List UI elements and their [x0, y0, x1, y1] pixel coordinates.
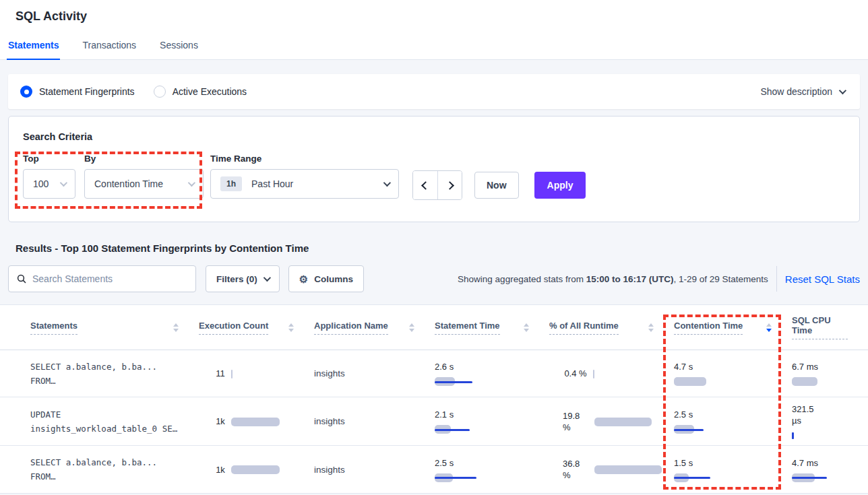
- table-row: SELECT a.balance, b.ba... FROM… 1k insig…: [0, 446, 868, 494]
- top-field: Top 100: [23, 154, 84, 199]
- radio-active-executions[interactable]: Active Executions: [154, 86, 247, 98]
- runtime-pct-value: 19.8 %: [563, 410, 588, 433]
- sort-icon-active-desc[interactable]: [766, 323, 772, 332]
- search-criteria-card: Search Criteria Top 100 By Contention Ti…: [8, 116, 860, 222]
- time-range-badge: 1h: [220, 176, 242, 191]
- sql-cpu-time-cell: 4.7 ms: [792, 446, 868, 493]
- application-name-value: insights: [314, 368, 345, 378]
- sql-cpu-time-value: 4.7 ms: [792, 457, 818, 469]
- statement-text-line2: FROM…: [30, 469, 56, 484]
- radio-statement-fingerprints[interactable]: Statement Fingerprints: [20, 86, 135, 98]
- sort-icon[interactable]: [288, 323, 294, 332]
- statements-table: Statements Execution Count Application N…: [0, 304, 868, 494]
- sort-icon[interactable]: [173, 323, 179, 332]
- column-header-sql-cpu-time[interactable]: SQL CPU Time: [792, 315, 868, 339]
- column-header-execution-count[interactable]: Execution Count: [199, 321, 314, 335]
- search-statements-box[interactable]: [8, 265, 196, 292]
- contention-time-bar: [674, 376, 748, 386]
- sort-icon[interactable]: [648, 323, 654, 332]
- time-range-select[interactable]: 1h Past Hour: [210, 169, 399, 199]
- contention-time-bar: [674, 473, 748, 482]
- sql-cpu-time-cell: 6.7 ms: [792, 350, 868, 397]
- column-header-contention-time[interactable]: Contention Time: [674, 321, 792, 335]
- execution-count-cell: 1k: [199, 446, 314, 493]
- search-icon: [17, 274, 26, 284]
- view-mode-radio-group: Statement Fingerprints Active Executions: [20, 86, 247, 98]
- runtime-pct-bar: [594, 417, 648, 426]
- execution-count-cell: 1k: [199, 397, 314, 445]
- chevron-down-icon: [188, 179, 195, 187]
- aggregated-stats-text: Showing aggregated stats from 15:00 to 1…: [458, 274, 768, 284]
- chevron-down-icon: [264, 274, 271, 282]
- tab-transactions[interactable]: Transactions: [81, 40, 137, 60]
- tab-sessions[interactable]: Sessions: [158, 40, 199, 60]
- filters-button[interactable]: Filters (0): [206, 265, 280, 292]
- statement-text-line1: SELECT a.balance, b.ba...: [30, 360, 157, 374]
- column-label: Execution Count: [199, 321, 268, 335]
- statement-time-cell: 2.6 s: [435, 350, 549, 397]
- search-statements-input[interactable]: [32, 273, 187, 284]
- reset-sql-stats-link[interactable]: Reset SQL Stats: [785, 273, 860, 285]
- columns-button-label: Columns: [314, 274, 353, 284]
- show-description-toggle[interactable]: Show description: [760, 86, 844, 97]
- execution-count-bar: [231, 465, 285, 474]
- sort-icon[interactable]: [409, 323, 414, 332]
- contention-time-value: 2.5 s: [674, 409, 693, 420]
- radio-active-executions-label: Active Executions: [173, 86, 247, 97]
- sort-icon[interactable]: [524, 323, 529, 332]
- contention-time-value: 4.7 s: [674, 361, 693, 372]
- statement-text-line2: insights_workload_table_0 SE…: [30, 422, 177, 436]
- time-next-button[interactable]: [437, 171, 462, 199]
- apply-button[interactable]: Apply: [534, 172, 586, 199]
- time-nav-group: [412, 170, 462, 200]
- statement-time-value: 2.1 s: [435, 409, 454, 420]
- tab-bar: Statements Transactions Sessions: [7, 40, 199, 60]
- tab-statements[interactable]: Statements: [7, 40, 60, 60]
- statement-time-value: 2.6 s: [435, 361, 454, 372]
- stats-range: 15:00 to 16:17 (UTC): [586, 274, 674, 284]
- contention-time-cell: 2.5 s: [674, 397, 792, 445]
- column-header-statement-time[interactable]: Statement Time: [435, 321, 549, 335]
- chevron-down-icon: [839, 87, 846, 94]
- time-prev-button[interactable]: [413, 171, 437, 199]
- statement-link[interactable]: SELECT a.balance, b.ba... FROM…: [30, 446, 199, 493]
- column-label: % of All Runtime: [549, 321, 619, 335]
- top-select[interactable]: 100: [23, 169, 75, 199]
- columns-button[interactable]: ⚙ Columns: [288, 265, 364, 292]
- radio-checked-icon[interactable]: [20, 86, 32, 98]
- page-header: SQL Activity Statements Transactions Ses…: [0, 0, 868, 60]
- runtime-pct-cell: 36.8 %: [549, 446, 674, 493]
- now-button[interactable]: Now: [474, 172, 519, 199]
- table-row: UPDATE insights_workload_table_0 SE… 1k …: [0, 397, 868, 446]
- top-label: Top: [23, 154, 84, 164]
- by-select[interactable]: Contention Time: [84, 169, 204, 199]
- application-name-value: insights: [314, 465, 345, 475]
- runtime-pct-bar: [593, 369, 647, 378]
- column-header-runtime-pct[interactable]: % of All Runtime: [549, 321, 674, 335]
- runtime-pct-cell: 19.8 %: [549, 397, 674, 445]
- statement-time-bar: [435, 376, 509, 386]
- toolbar-right: Showing aggregated stats from 15:00 to 1…: [458, 266, 860, 292]
- table-row: SELECT a.balance, b.ba... FROM… 11 insig…: [0, 350, 868, 397]
- column-header-application-name[interactable]: Application Name: [314, 321, 435, 335]
- application-name-cell: insights: [314, 350, 435, 397]
- statement-link[interactable]: SELECT a.balance, b.ba... FROM…: [30, 350, 199, 397]
- runtime-pct-cell: 0.4 %: [549, 350, 674, 397]
- stats-suffix: , 1-29 of 29 Statements: [673, 274, 768, 284]
- sql-cpu-time-bar: [792, 376, 866, 386]
- view-mode-bar: Statement Fingerprints Active Executions…: [8, 74, 860, 109]
- runtime-pct-value: 0.4 %: [564, 368, 586, 379]
- statement-text-line1: UPDATE: [30, 407, 61, 422]
- top-select-value: 100: [33, 178, 49, 189]
- contention-time-cell: 4.7 s: [674, 350, 792, 397]
- statement-link[interactable]: UPDATE insights_workload_table_0 SE…: [30, 397, 199, 445]
- radio-unchecked-icon[interactable]: [154, 86, 166, 98]
- search-criteria-heading: Search Criteria: [23, 131, 845, 142]
- sql-cpu-time-value: 321.5 µs: [792, 403, 822, 426]
- contention-time-value: 1.5 s: [674, 457, 693, 469]
- by-field: By Contention Time: [84, 154, 204, 199]
- sql-cpu-time-bar: [792, 430, 866, 440]
- by-select-value: Contention Time: [94, 178, 163, 189]
- contention-time-cell: 1.5 s: [674, 446, 792, 493]
- column-header-statements[interactable]: Statements: [30, 321, 199, 335]
